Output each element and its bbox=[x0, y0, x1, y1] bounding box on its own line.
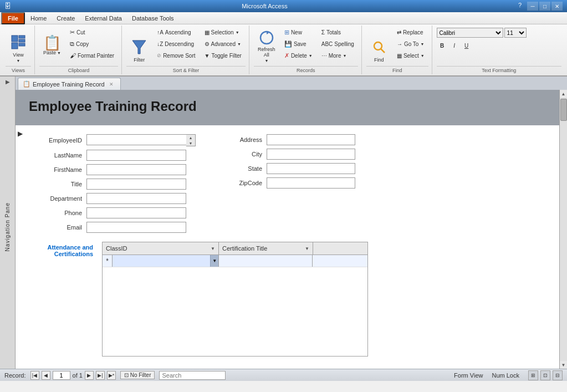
text-formatting-group-label: Text Formatting bbox=[437, 66, 561, 73]
scroll-up-btn[interactable]: ▲ bbox=[186, 135, 195, 140]
svg-rect-4 bbox=[19, 43, 25, 46]
form-tab-icon: 📋 bbox=[23, 80, 30, 88]
grid-certtitle-cell bbox=[219, 255, 313, 267]
employee-id-input[interactable] bbox=[86, 134, 186, 145]
search-input[interactable] bbox=[159, 371, 226, 380]
minimize-button[interactable]: ─ bbox=[527, 2, 538, 11]
menu-file[interactable]: File bbox=[1, 12, 25, 24]
employee-id-label: EmployeeID bbox=[38, 137, 82, 144]
underline-button[interactable]: U bbox=[461, 40, 472, 51]
svg-line-8 bbox=[381, 49, 385, 53]
font-size-select[interactable]: 11 bbox=[504, 28, 527, 38]
status-icon-1[interactable]: ⊞ bbox=[528, 370, 538, 380]
new-button[interactable]: ⊞ New bbox=[280, 27, 316, 38]
spelling-button[interactable]: ABC Spelling bbox=[318, 38, 358, 49]
email-input[interactable] bbox=[86, 222, 186, 233]
find-group-label: Find bbox=[366, 66, 428, 73]
zip-code-input[interactable] bbox=[267, 177, 355, 189]
filter-label: Filter bbox=[134, 57, 145, 63]
clipboard-group-label: Clipboard bbox=[39, 66, 118, 73]
paste-label: Paste bbox=[43, 50, 56, 55]
grid-certtitle-input[interactable] bbox=[219, 255, 312, 267]
no-filter-label: No Filter bbox=[130, 372, 151, 378]
descending-button[interactable]: ↓Z Descending bbox=[153, 38, 199, 49]
state-input[interactable] bbox=[267, 163, 355, 174]
form-tab-label: Employee Training Record bbox=[33, 81, 105, 88]
next-record-btn[interactable]: ▶ bbox=[85, 371, 94, 380]
address-input[interactable] bbox=[267, 134, 355, 145]
tab-area: 📋 Employee Training Record ✕ Employee Tr… bbox=[16, 77, 567, 369]
menu-external-data[interactable]: External Data bbox=[80, 14, 126, 23]
vertical-scrollbar: ▲ ▼ bbox=[559, 90, 567, 369]
svg-rect-1 bbox=[19, 35, 25, 38]
save-icon: 💾 bbox=[284, 40, 292, 48]
help-icon[interactable]: ? bbox=[518, 2, 522, 11]
records-group-content: Refresh All ▼ ⊞ New 💾 Save ✗ Delete bbox=[254, 27, 358, 65]
font-family-select[interactable]: Calibri bbox=[437, 28, 503, 38]
department-label: Department bbox=[38, 195, 82, 202]
bold-button[interactable]: B bbox=[437, 40, 448, 51]
more-button[interactable]: ⋯ More ▼ bbox=[318, 50, 358, 61]
department-input[interactable] bbox=[86, 193, 186, 204]
view-button[interactable]: View ▼ bbox=[6, 27, 31, 64]
prev-record-btn[interactable]: ◀ bbox=[42, 371, 50, 380]
toggle-filter-icon: ▼ bbox=[205, 53, 210, 59]
title-input[interactable] bbox=[86, 179, 186, 190]
status-icon-2[interactable]: ⊡ bbox=[540, 370, 550, 380]
last-name-input[interactable] bbox=[86, 150, 186, 161]
title-label: Title bbox=[38, 181, 82, 187]
selection-button[interactable]: ▦ Selection ▼ bbox=[201, 27, 246, 38]
remove-sort-button[interactable]: ⊘ Remove Sort bbox=[153, 50, 199, 61]
format-painter-button[interactable]: 🖌 Format Painter bbox=[66, 50, 118, 61]
go-to-button[interactable]: → Go To ▼ bbox=[393, 38, 428, 49]
toggle-filter-button[interactable]: ▼ Toggle Filter bbox=[201, 50, 246, 61]
no-filter-button[interactable]: ⊡ No Filter bbox=[120, 371, 155, 379]
tab-close-button[interactable]: ✕ bbox=[109, 82, 114, 87]
save-button[interactable]: 💾 Save bbox=[280, 38, 316, 49]
select-button[interactable]: ▦ Select ▼ bbox=[393, 50, 428, 61]
scroll-down-arrow[interactable]: ▼ bbox=[560, 361, 568, 369]
close-button[interactable]: ✕ bbox=[551, 2, 563, 11]
filter-button[interactable]: Filter bbox=[126, 27, 152, 64]
remove-sort-icon: ⊘ bbox=[157, 53, 161, 58]
first-record-btn[interactable]: |◀ bbox=[30, 371, 39, 380]
grid-classid-input[interactable] bbox=[113, 255, 210, 267]
scroll-thumb[interactable] bbox=[560, 99, 567, 121]
ribbon-text-formatting-group: Calibri 11 B I U Text Formatting bbox=[433, 26, 565, 74]
totals-button[interactable]: Σ Totals bbox=[318, 27, 358, 38]
city-input[interactable] bbox=[267, 149, 355, 160]
advanced-button[interactable]: ⚙ Advanced ▼ bbox=[201, 38, 246, 49]
record-number-input[interactable] bbox=[53, 371, 70, 380]
find-group-content: Find ⇄ Replace → Go To ▼ ▦ Select bbox=[366, 27, 428, 65]
refresh-button[interactable]: Refresh All ▼ bbox=[254, 27, 279, 64]
grid-empty-rows bbox=[103, 267, 367, 356]
first-name-input[interactable] bbox=[86, 164, 186, 175]
record-label: Record: bbox=[4, 372, 26, 379]
delete-button[interactable]: ✗ Delete ▼ bbox=[280, 50, 316, 61]
menu-home[interactable]: Home bbox=[26, 14, 51, 23]
classid-sort-arrow[interactable]: ▼ bbox=[211, 246, 215, 251]
new-record-btn[interactable]: ▶* bbox=[107, 371, 116, 380]
replace-button[interactable]: ⇄ Replace bbox=[393, 27, 428, 38]
ascending-button[interactable]: ↑A Ascending bbox=[153, 27, 199, 38]
status-icon-3[interactable]: ⊟ bbox=[553, 370, 563, 380]
scroll-up-arrow[interactable]: ▲ bbox=[560, 90, 568, 98]
form-tab[interactable]: 📋 Employee Training Record ✕ bbox=[18, 78, 121, 90]
scroll-down-btn[interactable]: ▼ bbox=[186, 140, 195, 146]
nav-pane-toggle[interactable]: ▶ bbox=[6, 79, 10, 85]
menu-create[interactable]: Create bbox=[52, 14, 79, 23]
last-record-btn[interactable]: ▶| bbox=[96, 371, 105, 380]
certtitle-header-label: Certification Title bbox=[222, 245, 267, 252]
filter-icon-small: ⊡ bbox=[124, 372, 129, 378]
find-button[interactable]: Find bbox=[366, 27, 392, 64]
phone-input[interactable] bbox=[86, 207, 186, 218]
maximize-button[interactable]: □ bbox=[539, 2, 550, 11]
certtitle-sort-arrow[interactable]: ▼ bbox=[305, 246, 309, 251]
grid-classid-dropdown[interactable]: ▼ bbox=[210, 255, 218, 267]
menu-database-tools[interactable]: Database Tools bbox=[127, 14, 178, 23]
paste-button[interactable]: 📋 Paste ▼ bbox=[39, 27, 65, 64]
italic-button[interactable]: I bbox=[449, 40, 460, 51]
cut-button[interactable]: ✂ Cut bbox=[66, 27, 118, 38]
copy-button[interactable]: ⧉ Copy bbox=[66, 38, 118, 49]
zip-code-row: ZipCode bbox=[218, 177, 355, 189]
